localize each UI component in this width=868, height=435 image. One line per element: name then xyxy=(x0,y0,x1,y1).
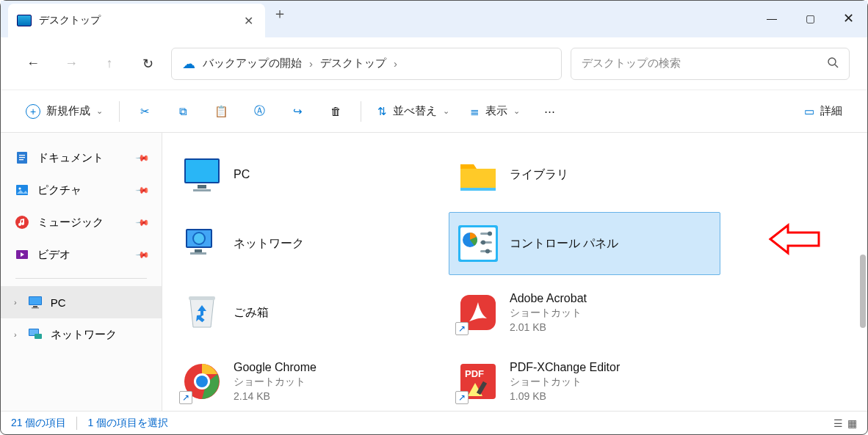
new-button[interactable]: + 新規作成 ⌄ xyxy=(18,98,110,125)
copy-icon: ⧉ xyxy=(179,105,187,118)
sort-icon: ⇅ xyxy=(377,105,387,118)
titlebar: デスクトップ ✕ ＋ ― ▢ ✕ xyxy=(1,1,867,37)
view-icon: ≣ xyxy=(470,105,480,118)
tab-desktop[interactable]: デスクトップ ✕ xyxy=(8,4,265,37)
item-libraries[interactable]: ライブラリ xyxy=(449,143,720,206)
pin-icon: 📌 xyxy=(135,183,151,198)
refresh-button[interactable]: ↻ xyxy=(133,49,162,78)
shortcut-overlay-icon: ↗ xyxy=(179,391,192,404)
ellipsis-icon: ⋯ xyxy=(544,105,555,118)
minimize-button[interactable]: ― xyxy=(753,4,791,33)
backup-label: バックアップの開始 xyxy=(203,56,302,70)
chevron-down-icon: ⌄ xyxy=(96,106,103,116)
view-button[interactable]: ≣ 表示 ⌄ xyxy=(463,98,527,125)
pc-icon xyxy=(27,294,43,310)
delete-button[interactable]: 🗑 xyxy=(319,98,352,125)
paste-button[interactable]: 📋 xyxy=(205,98,237,125)
shortcut-overlay-icon: ↗ xyxy=(455,391,469,404)
pin-icon: 📌 xyxy=(135,247,151,263)
chevron-right-icon[interactable]: › xyxy=(394,57,397,70)
shortcut-overlay-icon: ↗ xyxy=(455,322,469,335)
library-icon xyxy=(457,153,499,196)
desktop-icon xyxy=(17,15,32,26)
chevron-down-icon: ⌄ xyxy=(513,106,520,116)
cut-button[interactable]: ✂ xyxy=(129,98,161,125)
sidebar-item-music[interactable]: ミュージック 📌 xyxy=(1,206,162,238)
svg-point-36 xyxy=(485,249,490,254)
svg-point-34 xyxy=(481,241,485,245)
adobe-acrobat-icon: ↗ xyxy=(457,291,499,334)
pdf-xchange-icon: PDF ↗ xyxy=(457,360,499,403)
sidebar-item-pc[interactable]: › PC xyxy=(1,286,162,318)
svg-point-32 xyxy=(488,232,492,236)
breadcrumb[interactable]: ☁ バックアップの開始 › デスクトップ › xyxy=(171,48,562,80)
network-icon xyxy=(181,222,223,265)
chevron-down-icon: ⌄ xyxy=(443,106,449,116)
item-recycle-bin[interactable]: ごみ箱 xyxy=(173,281,444,344)
svg-rect-19 xyxy=(198,185,206,189)
svg-rect-5 xyxy=(19,159,23,160)
crumb-desktop[interactable]: デスクトップ xyxy=(320,56,386,70)
sidebar: ドキュメント 📌 ピクチャ 📌 ミュージック 📌 xyxy=(1,133,162,411)
details-view-button[interactable]: ☰ xyxy=(833,417,843,429)
svg-point-41 xyxy=(196,376,208,387)
network-icon xyxy=(27,326,43,343)
callout-arrow xyxy=(766,221,823,260)
search-input[interactable]: デスクトップの検索 xyxy=(571,48,850,80)
chevron-right-icon: › xyxy=(14,298,17,307)
music-icon xyxy=(14,214,30,230)
trash-icon: 🗑 xyxy=(330,105,341,117)
control-panel-icon xyxy=(457,222,499,265)
item-control-panel[interactable]: コントロール パネル xyxy=(449,212,720,275)
search-placeholder: デスクトップの検索 xyxy=(582,56,681,70)
cloud-backup-icon: ☁ xyxy=(182,56,195,72)
rename-button[interactable]: Ⓐ xyxy=(243,98,275,125)
copy-button[interactable]: ⧉ xyxy=(167,98,199,125)
sidebar-item-documents[interactable]: ドキュメント 📌 xyxy=(1,142,162,174)
toolbar: + 新規作成 ⌄ ✂ ⧉ 📋 Ⓐ ↪ 🗑 ⇅ 並べ替え ⌄ ≣ 表示 ⌄ ⋯ ▭… xyxy=(1,90,867,133)
vertical-scrollbar[interactable] xyxy=(860,255,866,328)
close-tab-icon[interactable]: ✕ xyxy=(241,11,256,31)
chrome-icon: ↗ xyxy=(181,360,223,403)
search-icon xyxy=(827,56,839,70)
item-google-chrome[interactable]: ↗ Google Chrome ショートカット 2.14 KB xyxy=(173,350,444,411)
maximize-button[interactable]: ▢ xyxy=(791,4,829,33)
share-button[interactable]: ↪ xyxy=(281,98,314,125)
svg-point-8 xyxy=(15,216,29,229)
item-adobe-acrobat[interactable]: ↗ Adobe Acrobat ショートカット 2.01 KB xyxy=(449,281,720,344)
share-icon: ↪ xyxy=(293,105,303,118)
svg-point-0 xyxy=(828,58,836,65)
chevron-right-icon: › xyxy=(309,57,313,70)
tiles-view-button[interactable]: ▦ xyxy=(847,417,857,429)
svg-rect-22 xyxy=(460,188,496,191)
up-button[interactable]: ↑ xyxy=(95,49,124,78)
close-button[interactable]: ✕ xyxy=(829,4,867,33)
svg-rect-13 xyxy=(32,307,39,309)
svg-rect-20 xyxy=(193,189,211,191)
svg-line-1 xyxy=(835,65,838,67)
pictures-icon xyxy=(14,182,30,198)
details-icon: ▭ xyxy=(804,105,814,118)
recycle-bin-icon xyxy=(181,291,223,334)
sort-button[interactable]: ⇅ 並べ替え ⌄ xyxy=(370,98,457,125)
forward-button[interactable]: → xyxy=(57,49,86,78)
pc-icon xyxy=(181,153,223,196)
explorer-window: デスクトップ ✕ ＋ ― ▢ ✕ ← → ↑ ↻ ☁ バックアップの開始 › デ… xyxy=(0,0,868,435)
item-count-label: 21 個の項目 xyxy=(11,417,66,430)
new-tab-button[interactable]: ＋ xyxy=(265,4,294,23)
back-button[interactable]: ← xyxy=(18,49,48,78)
item-pc[interactable]: PC xyxy=(173,143,444,206)
tab-title: デスクトップ xyxy=(39,14,234,27)
document-icon xyxy=(14,150,30,166)
rename-icon: Ⓐ xyxy=(254,104,265,118)
more-button[interactable]: ⋯ xyxy=(533,98,565,125)
scissors-icon: ✂ xyxy=(140,105,150,118)
item-pdf-xchange[interactable]: PDF ↗ PDF-XChange Editor ショートカット 1.09 KB xyxy=(449,350,720,411)
video-icon xyxy=(14,246,30,263)
sidebar-item-network[interactable]: › ネットワーク xyxy=(1,318,162,351)
pin-icon: 📌 xyxy=(135,150,151,166)
item-network[interactable]: ネットワーク xyxy=(173,212,444,275)
sidebar-item-pictures[interactable]: ピクチャ 📌 xyxy=(1,174,162,206)
details-pane-button[interactable]: ▭ 詳細 xyxy=(797,98,850,125)
sidebar-item-videos[interactable]: ビデオ 📌 xyxy=(1,238,162,271)
